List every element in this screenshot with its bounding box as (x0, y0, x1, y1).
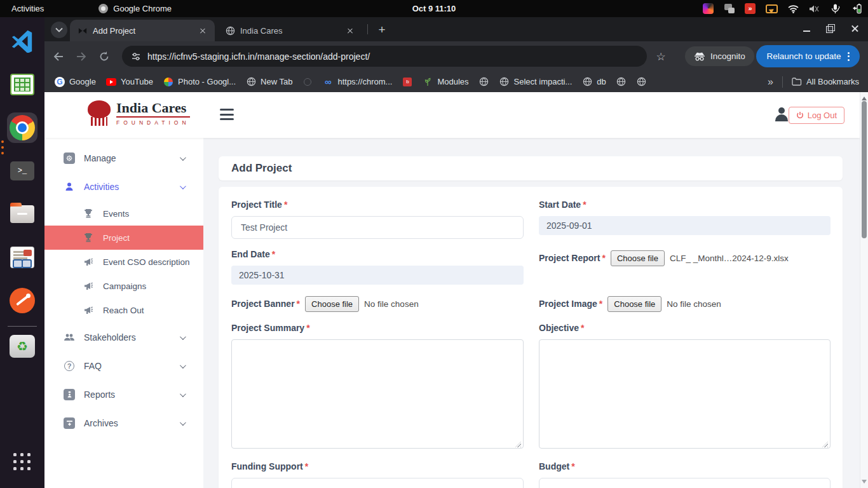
project-summary-textarea[interactable] (231, 339, 524, 449)
end-date-input[interactable] (231, 266, 524, 285)
bookmarks-overflow-button[interactable]: » (768, 76, 773, 88)
project-title-input[interactable] (231, 216, 524, 239)
chat-icon[interactable] (724, 3, 735, 14)
bookmark-label: https://chrom... (337, 77, 392, 86)
terminal-icon[interactable]: >_ (7, 156, 37, 186)
battery-icon[interactable] (851, 3, 862, 14)
funding-support-field: Funding Support* (231, 461, 524, 488)
plant-icon (423, 77, 433, 87)
sidebar-item-events[interactable]: Events (44, 201, 203, 226)
india-cares-logo[interactable]: India Cares Foundation (86, 100, 190, 128)
bookmark-youtube[interactable]: YouTube (106, 77, 153, 87)
start-date-input[interactable] (539, 216, 831, 235)
vscode-icon[interactable] (7, 25, 37, 56)
bookmark-unnamed[interactable] (479, 77, 489, 87)
bookmark-unnamed[interactable]: b (402, 77, 412, 87)
tab-label: India Cares (240, 26, 339, 36)
tab-add-project[interactable]: Add Project (70, 20, 215, 41)
campaign-icon (83, 280, 94, 292)
sidebar-item-stakeholders[interactable]: Stakeholders (44, 325, 203, 349)
new-tab-button[interactable]: + (374, 22, 390, 38)
end-date-field: End Date* (231, 249, 524, 285)
budget-input[interactable] (539, 478, 831, 488)
bookmark-photos[interactable]: Photo - Googl... (163, 77, 236, 87)
chevron-down-icon (180, 334, 186, 340)
scroll-up-arrow[interactable] (862, 94, 867, 100)
bookmark-modules[interactable]: Modules (423, 77, 468, 87)
globe-icon (582, 77, 592, 87)
tab-search-button[interactable] (51, 22, 67, 38)
logout-button[interactable]: Log Out (789, 107, 844, 124)
project-report-choose-file-button[interactable]: Choose file (611, 250, 665, 266)
bookmark-db[interactable]: db (582, 77, 606, 87)
libreoffice-calc-icon[interactable] (7, 69, 37, 100)
funding-support-input[interactable] (231, 478, 524, 488)
tab-india-cares[interactable]: India Cares (217, 20, 362, 41)
address-bar[interactable]: https://icfnv5-staging.icfn.in/manage-se… (122, 46, 647, 67)
close-button[interactable] (846, 20, 863, 37)
files-icon[interactable] (7, 199, 37, 229)
chrome-icon[interactable] (7, 112, 37, 143)
badge-icon (64, 389, 75, 400)
site-settings-icon[interactable] (131, 51, 141, 62)
youtube-icon (106, 77, 116, 87)
sidebar-item-event-cso-description[interactable]: Event CSO description (44, 250, 203, 274)
bookmark-label: Select impacti... (514, 77, 573, 86)
relaunch-to-update-button[interactable]: Relaunch to update (756, 45, 860, 67)
app-grid-icon[interactable] (7, 447, 37, 477)
volume-muted-icon[interactable] (809, 3, 820, 14)
wifi-icon[interactable] (788, 3, 799, 14)
browser-menu-icon[interactable] (848, 52, 850, 61)
sidebar-item-reports[interactable]: Reports (44, 383, 203, 407)
microphone-icon[interactable] (830, 3, 841, 14)
bookmarks-bar: G Google YouTube Photo - Googl... New Ta… (44, 71, 868, 92)
tab-label: Add Project (93, 26, 192, 36)
back-button[interactable] (50, 48, 67, 65)
bookmark-google[interactable]: G Google (55, 77, 96, 87)
objective-textarea[interactable] (539, 339, 831, 449)
incognito-icon (694, 52, 705, 61)
tab-close-icon[interactable] (197, 25, 208, 36)
sidebar-item-activities[interactable]: Activities (44, 175, 203, 199)
cast-icon[interactable] (766, 4, 778, 13)
scroll-down-arrow[interactable] (862, 480, 867, 486)
bookmark-chrome-link[interactable]: ∞ https://chrom... (323, 77, 392, 87)
bookmark-unnamed[interactable] (637, 77, 647, 87)
url-text[interactable]: https://icfnv5-staging.icfn.in/manage-se… (147, 51, 370, 62)
scrollbar-thumb[interactable] (862, 101, 867, 238)
clock[interactable]: Oct 9 11:10 (412, 4, 456, 13)
sidebar-item-manage[interactable]: Manage (44, 146, 203, 170)
restore-button[interactable] (822, 20, 839, 37)
forward-button[interactable] (72, 48, 90, 65)
tab-close-icon[interactable] (344, 25, 356, 36)
document-viewer-icon[interactable] (7, 242, 37, 273)
bookmark-new-tab[interactable]: New Tab (246, 77, 292, 87)
postman-icon[interactable] (7, 285, 37, 316)
sidebar-item-campaigns[interactable]: Campaigns (44, 274, 203, 298)
user-avatar-icon[interactable] (773, 106, 790, 123)
hamburger-menu-icon[interactable] (220, 109, 234, 120)
system-tray[interactable]: » (703, 3, 862, 14)
minimize-button[interactable] (798, 20, 815, 37)
sidebar-item-faq[interactable]: ? FAQ (44, 354, 203, 378)
trash-icon[interactable]: ♻ (7, 331, 37, 362)
power-icon (796, 111, 804, 119)
reload-button[interactable] (95, 48, 113, 65)
bookmark-star-icon[interactable]: ☆ (652, 48, 670, 65)
project-image-file-name: No file chosen (667, 299, 721, 309)
sidebar-item-reach-out[interactable]: Reach Out (44, 298, 203, 322)
all-bookmarks-button[interactable]: All Bookmarks (792, 77, 859, 87)
focused-app-menu[interactable]: Google Chrome (98, 4, 172, 13)
bookmark-unnamed[interactable] (302, 77, 313, 87)
bookmark-select-impact[interactable]: Select impacti... (499, 77, 573, 87)
project-banner-choose-file-button[interactable]: Choose file (305, 296, 359, 312)
page-scrollbar[interactable] (860, 92, 868, 488)
sidebar-item-project[interactable]: Project (44, 226, 203, 250)
sidebar-item-archives[interactable]: Archives (44, 411, 203, 435)
prism-icon[interactable] (703, 3, 714, 14)
screenshare-icon[interactable]: » (745, 3, 756, 14)
objective-label: Objective* (539, 323, 831, 333)
bookmark-unnamed[interactable] (616, 77, 627, 87)
activities-button[interactable]: Activities (11, 4, 44, 13)
project-image-choose-file-button[interactable]: Choose file (607, 296, 661, 312)
